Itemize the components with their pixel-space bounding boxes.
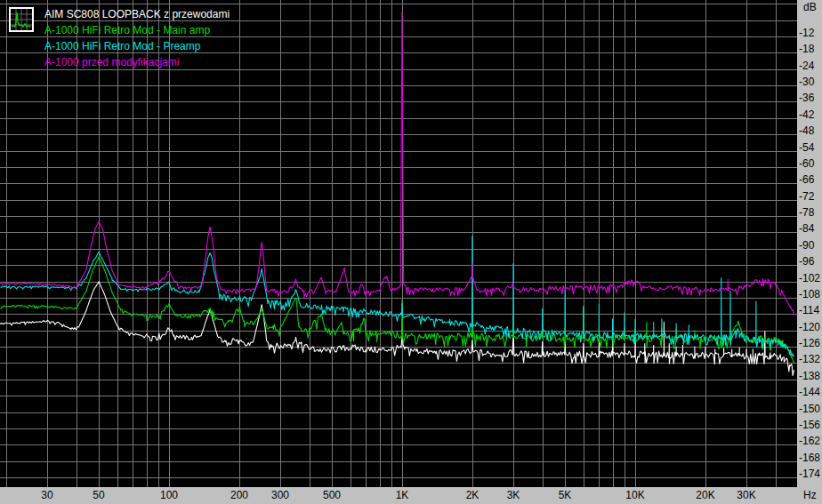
y-tick-label: -78: [799, 206, 822, 219]
rmaa-spectrum-window: AIM SC808 LOOPBACK z przewodami A-1000 H…: [0, 0, 822, 504]
y-tick-label: -144: [799, 386, 822, 398]
y-tick-label: -36: [799, 92, 822, 104]
legend-label: A-1000 HiFi Retro Mod - Main amp: [44, 24, 210, 36]
y-tick-label: -96: [799, 255, 822, 268]
y-tick-label: -156: [799, 419, 822, 431]
y-tick-label: -132: [799, 353, 822, 365]
y-tick-label: -18: [799, 43, 822, 55]
y-tick-label: -54: [799, 141, 822, 154]
x-tick-label: 30K: [727, 489, 766, 501]
legend-item-loopback: AIM SC808 LOOPBACK z przewodami: [44, 6, 230, 22]
y-tick-label: -12: [799, 27, 822, 39]
y-tick-label: -60: [799, 157, 822, 170]
x-tick-label: 10K: [616, 489, 655, 501]
x-tick-label: 200: [220, 489, 259, 501]
y-tick-label: -108: [799, 288, 822, 300]
y-tick-label: -168: [799, 452, 822, 464]
x-tick-label: 100: [149, 489, 189, 501]
y-tick-label: -66: [799, 173, 822, 186]
y-tick-label: -138: [799, 370, 822, 382]
legend-item-main-amp: A-1000 HiFi Retro Mod - Main amp: [44, 22, 230, 38]
y-tick-label: -174: [799, 468, 822, 480]
y-tick-label: -150: [799, 403, 822, 415]
y-tick-label: -30: [799, 76, 822, 88]
legend-label: A-1000 przed modyfikacjami: [44, 56, 179, 68]
legend-label: AIM SC808 LOOPBACK z przewodami: [44, 8, 230, 20]
y-tick-label: -126: [799, 337, 822, 349]
x-tick-label: 300: [261, 489, 300, 501]
x-tick-label: 1K: [383, 489, 422, 501]
x-tick-label: 2K: [453, 489, 492, 501]
x-tick-label: 500: [312, 489, 351, 501]
x-tick-label: 30: [28, 489, 67, 501]
y-tick-label: -72: [799, 190, 822, 203]
y-tick-label: -90: [799, 239, 822, 252]
legend-item-preamp: A-1000 HiFi Retro Mod - Preamp: [44, 38, 230, 54]
y-tick-label: -48: [799, 124, 822, 137]
x-tick-label: 20K: [686, 489, 725, 501]
x-axis-unit: Hz: [803, 489, 817, 501]
y-axis-unit: dB: [803, 1, 817, 13]
y-tick-label: -84: [799, 222, 822, 235]
spectrum-plot: [0, 0, 797, 487]
spectrum-icon: [9, 7, 34, 32]
x-tick-label: 5K: [545, 489, 584, 501]
plot-background: [0, 0, 797, 487]
y-tick-label: -162: [799, 435, 822, 447]
y-tick-label: -102: [799, 272, 822, 284]
y-tick-label: -120: [799, 321, 822, 333]
spectrum-icon-glyph: [11, 9, 32, 30]
y-tick-label: -42: [799, 108, 822, 121]
legend-item-before-mod: A-1000 przed modyfikacjami: [44, 54, 230, 70]
legend: AIM SC808 LOOPBACK z przewodami A-1000 H…: [44, 6, 230, 70]
y-tick-label: -24: [799, 60, 822, 72]
y-tick-label: -114: [799, 304, 822, 316]
x-tick-label: 50: [79, 489, 118, 501]
legend-label: A-1000 HiFi Retro Mod - Preamp: [44, 40, 200, 52]
x-tick-label: 3K: [494, 489, 533, 501]
plot-area: [0, 0, 797, 487]
